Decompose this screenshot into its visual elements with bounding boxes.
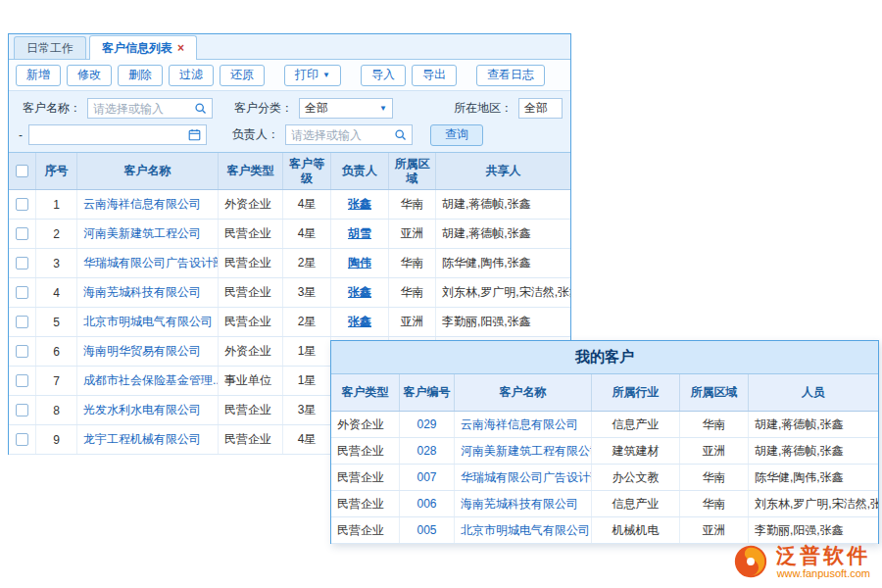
restore-button[interactable]: 还原: [220, 65, 265, 86]
owner-inputbox: [285, 124, 413, 145]
row-checkbox[interactable]: [16, 345, 28, 358]
region-select[interactable]: 全部: [518, 98, 563, 119]
customer-name-link[interactable]: 河南美新建筑工程有限公司: [455, 438, 592, 464]
table-row[interactable]: 民营企业005北京市明城电气有限公司机械机电亚洲李勤丽,阳强,张鑫: [331, 517, 878, 544]
row-checkbox[interactable]: [16, 257, 28, 270]
customer-code-link[interactable]: 005: [400, 517, 455, 543]
table-row[interactable]: 5北京市明城电气有限公司民营企业2星张鑫亚洲李勤丽,阳强,张鑫: [9, 308, 570, 337]
customer-name-link[interactable]: 河南美新建筑工程公司: [77, 220, 219, 248]
customer-name-link[interactable]: 海南芜城科技有限公司: [77, 278, 219, 307]
customer-name-link[interactable]: 北京市明城电气有限公司: [77, 308, 219, 336]
owner-input[interactable]: [291, 128, 390, 142]
search-icon[interactable]: [194, 102, 207, 115]
customer-code-link[interactable]: 006: [400, 491, 455, 516]
row-checkbox[interactable]: [16, 316, 28, 328]
owner-link[interactable]: 张鑫: [331, 278, 389, 307]
my-customers-panel: 我的客户 客户类型 客户编号 客户名称 所属行业 所属区域 人员 外资企业029…: [330, 340, 879, 544]
row-seq: 1: [36, 190, 77, 219]
table-row[interactable]: 2河南美新建筑工程公司民营企业4星胡雪亚洲胡建,蒋德帧,张鑫: [9, 220, 570, 249]
row-checkbox[interactable]: [16, 227, 28, 240]
col-header-members: 人员: [749, 374, 878, 411]
filter-button[interactable]: 过滤: [169, 65, 214, 86]
row-seq: 2: [36, 220, 77, 248]
customer-name-link[interactable]: 云南海祥信息有限公司: [77, 190, 219, 219]
customer-name-link[interactable]: 海南芜城科技有限公司: [455, 491, 592, 516]
customer-code-link[interactable]: 028: [400, 438, 455, 464]
tab-customer-list[interactable]: 客户信息列表 ×: [89, 35, 197, 60]
row-checkbox-cell: [9, 278, 36, 307]
row-checkbox[interactable]: [16, 433, 28, 446]
owner-link[interactable]: 胡雪: [331, 220, 389, 248]
customer-region: 亚洲: [680, 438, 749, 464]
customer-type: 事业单位: [219, 367, 283, 395]
row-checkbox[interactable]: [16, 404, 28, 416]
tab-daily-work[interactable]: 日常工作: [14, 36, 86, 59]
col-header-region: 所属区域: [680, 374, 749, 411]
delete-button[interactable]: 删除: [118, 65, 163, 86]
table-row[interactable]: 民营企业028河南美新建筑工程有限公司建筑建材亚洲胡建,蒋德帧,张鑫: [331, 438, 878, 465]
table-row[interactable]: 4海南芜城科技有限公司民营企业3星张鑫华南刘东林,罗广明,宋洁然,张鑫: [9, 278, 570, 308]
calendar-icon[interactable]: [188, 128, 201, 141]
table-row[interactable]: 民营企业006海南芜城科技有限公司信息产业华南刘东林,罗广明,宋洁然,张鑫: [331, 491, 878, 517]
import-button[interactable]: 导入: [361, 65, 406, 86]
customer-industry: 机械机电: [592, 517, 680, 543]
owner-link[interactable]: 陶伟: [331, 249, 389, 277]
row-checkbox[interactable]: [16, 286, 28, 299]
select-all-checkbox[interactable]: [16, 165, 28, 177]
col-header-owner: 负责人: [331, 153, 389, 189]
customer-name-link[interactable]: 光发水利水电有限公司: [77, 396, 219, 424]
fanpu-logo-icon: [732, 543, 769, 580]
customer-name-link[interactable]: 龙宇工程机械有限公司: [77, 425, 219, 454]
customer-name-link[interactable]: 云南海祥信息有限公司: [455, 412, 592, 437]
customer-name-link[interactable]: 华瑞城有限公司广告设计部: [77, 249, 219, 277]
table-row[interactable]: 3华瑞城有限公司广告设计部民营企业2星陶伟华南陈华健,陶伟,张鑫: [9, 249, 570, 278]
category-select[interactable]: 全部 ▼: [299, 98, 393, 119]
owner-link[interactable]: 张鑫: [331, 190, 389, 219]
row-seq: 3: [36, 249, 77, 277]
customer-code-link[interactable]: 029: [400, 412, 455, 437]
customer-region: 亚洲: [680, 517, 749, 543]
member-names: 陈华健,陶伟,张鑫: [749, 465, 878, 490]
toolbar: 新增 修改 删除 过滤 还原 打印 ▼ 导入 导出 查看日志: [9, 60, 570, 91]
date-inputbox: [28, 124, 207, 145]
row-checkbox[interactable]: [16, 198, 28, 211]
customer-region: 亚洲: [389, 308, 436, 336]
shared-people: 陈华健,陶伟,张鑫: [436, 249, 570, 277]
member-names: 李勤丽,阳强,张鑫: [749, 517, 878, 543]
customer-industry: 信息产业: [592, 412, 680, 437]
print-button[interactable]: 打印 ▼: [284, 65, 341, 86]
customer-type: 外资企业: [331, 412, 400, 437]
export-button[interactable]: 导出: [412, 65, 457, 86]
search-button[interactable]: 查询: [430, 124, 483, 146]
customer-name-link[interactable]: 北京市明城电气有限公司: [455, 517, 592, 543]
vendor-branding: 泛普软件 www.fanpusoft.com: [732, 543, 870, 580]
row-seq: 6: [36, 337, 77, 366]
view-log-button[interactable]: 查看日志: [476, 65, 545, 86]
table-row[interactable]: 外资企业029云南海祥信息有限公司信息产业华南胡建,蒋德帧,张鑫: [331, 412, 878, 438]
search-icon[interactable]: [394, 128, 407, 141]
customer-name-link[interactable]: 成都市社会保险基金管理...: [77, 367, 219, 395]
my-customers-header: 客户类型 客户编号 客户名称 所属行业 所属区域 人员: [331, 374, 878, 412]
customer-name-link[interactable]: 华瑞城有限公司广告设计部: [455, 465, 592, 490]
customer-type: 民营企业: [331, 438, 400, 464]
row-checkbox[interactable]: [16, 374, 28, 387]
customer-level: 4星: [283, 220, 331, 248]
row-checkbox-cell: [9, 337, 36, 366]
caret-down-icon: ▼: [379, 104, 387, 113]
member-names: 胡建,蒋德帧,张鑫: [749, 438, 878, 464]
customer-code-link[interactable]: 007: [400, 465, 455, 490]
table-row[interactable]: 民营企业007华瑞城有限公司广告设计部办公文教华南陈华健,陶伟,张鑫: [331, 465, 878, 491]
add-button[interactable]: 新增: [16, 65, 61, 86]
customer-region: 华南: [680, 491, 749, 516]
owner-link[interactable]: 张鑫: [331, 308, 389, 336]
col-header-level: 客户等级: [283, 153, 331, 189]
filter-row-1: 客户名称： 客户分类： 全部 ▼ 所在地区： 全部: [15, 95, 564, 122]
customer-name-input[interactable]: [93, 102, 190, 116]
close-icon[interactable]: ×: [177, 42, 184, 54]
edit-button[interactable]: 修改: [67, 65, 112, 86]
table-row[interactable]: 1云南海祥信息有限公司外资企业4星张鑫华南胡建,蒋德帧,张鑫: [9, 190, 570, 220]
date-input[interactable]: [34, 128, 184, 142]
row-checkbox-cell: [9, 249, 36, 277]
my-customers-body: 外资企业029云南海祥信息有限公司信息产业华南胡建,蒋德帧,张鑫民营企业028河…: [331, 412, 878, 544]
customer-name-link[interactable]: 海南明华贸易有限公司: [77, 337, 219, 366]
